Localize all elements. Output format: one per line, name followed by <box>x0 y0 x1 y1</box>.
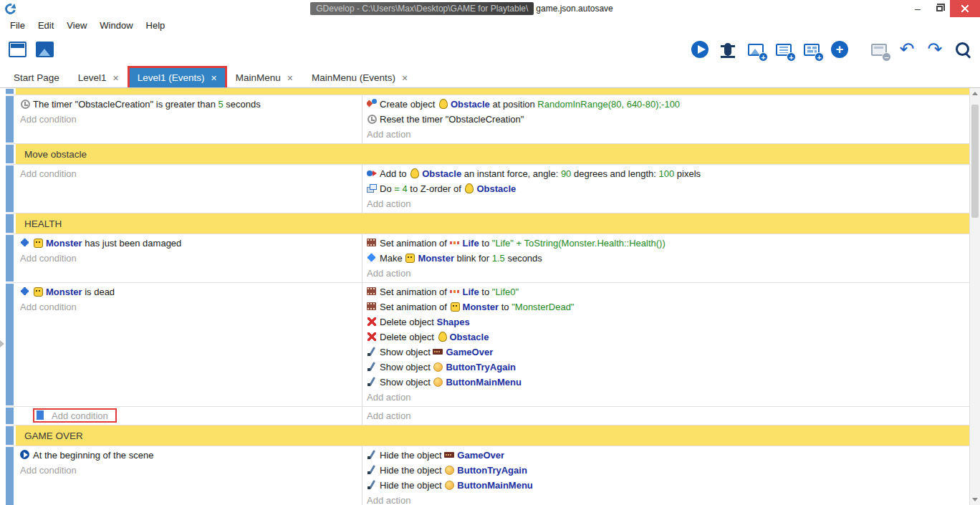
vertical-scrollbar[interactable] <box>969 88 980 505</box>
add-external-layout-button[interactable] <box>802 39 822 59</box>
action-line[interactable]: Hide the object GameOver <box>367 448 969 463</box>
action-line[interactable]: Hide the object ButtonMainMenu <box>367 478 969 493</box>
action-line[interactable]: Reset the timer "ObstacleCreation" <box>367 112 969 127</box>
tab-close-icon[interactable]: × <box>211 72 217 84</box>
action-line[interactable]: Show object ButtonTryAgain <box>367 360 969 375</box>
menu-item-view[interactable]: View <box>60 19 93 32</box>
play-button[interactable] <box>690 39 710 59</box>
scroll-up-arrow[interactable] <box>970 88 980 99</box>
collapse-window-button[interactable] <box>869 39 889 59</box>
group-header[interactable] <box>16 88 969 95</box>
conditions-cell[interactable]: Add condition <box>16 165 362 213</box>
add-condition-button[interactable]: Add condition <box>20 463 362 478</box>
line-text: Reset the timer "ObstacleCreation" <box>380 114 524 125</box>
parameter-value: "Life0" <box>492 287 519 297</box>
menu-item-help[interactable]: Help <box>140 19 172 32</box>
group-row[interactable]: Move obstacle <box>6 144 969 165</box>
actions-cell[interactable]: Add action <box>362 407 969 425</box>
minimize-button[interactable]: – <box>907 0 928 17</box>
condition-line[interactable]: Monster has just been damaged <box>20 236 362 251</box>
action-line[interactable]: Delete object Obstacle <box>367 330 969 345</box>
conditions-cell[interactable]: At the beginning of the sceneAdd conditi… <box>16 446 362 505</box>
event-row[interactable]: Add conditionAdd to Obstacle an instant … <box>6 165 969 213</box>
action-line[interactable]: Create object Obstacle at position Rando… <box>367 97 969 112</box>
menu-item-edit[interactable]: Edit <box>32 19 60 32</box>
add-action-button[interactable]: Add action <box>367 408 969 423</box>
action-line[interactable]: Set animation of Monster to "MonsterDead… <box>367 299 969 314</box>
action-line[interactable]: Set animation of Life to "Life" + ToStri… <box>367 236 969 251</box>
event-row[interactable]: At the beginning of the sceneAdd conditi… <box>6 446 969 505</box>
tab-mainmenu-events[interactable]: MainMenu (Events)× <box>304 68 415 87</box>
group-header[interactable]: Move obstacle <box>16 144 969 164</box>
condition-line[interactable]: The timer "ObstacleCreation" is greater … <box>20 97 362 112</box>
tab-start-page[interactable]: Start Page <box>6 68 67 87</box>
add-scene-button[interactable] <box>746 39 766 59</box>
add-condition-button[interactable]: Add condition <box>20 299 362 314</box>
action-line[interactable]: Show object GameOver <box>367 345 969 360</box>
undo-button[interactable]: ↶ <box>897 39 917 59</box>
actions-cell[interactable]: Set animation of Life to "Life" + ToStri… <box>362 234 969 282</box>
add-condition-button[interactable]: Add condition <box>20 251 362 266</box>
line-text: Hide the object <box>380 480 444 491</box>
add-action-button[interactable]: Add action <box>367 266 969 281</box>
search-button[interactable] <box>953 39 973 59</box>
debug-button[interactable] <box>718 39 738 59</box>
conditions-cell[interactable]: Monster is deadAdd condition <box>16 283 362 406</box>
tab-level1-events[interactable]: Level1 (Events)× <box>130 68 225 87</box>
action-line[interactable]: Do = 4 to Z-order of Obstacle <box>367 181 969 196</box>
add-external-events-button[interactable] <box>774 39 794 59</box>
tab-close-icon[interactable]: × <box>402 72 408 84</box>
action-line[interactable]: Delete object Shapes <box>367 314 969 330</box>
project-manager-button[interactable] <box>7 39 27 59</box>
add-action-button[interactable]: Add action <box>367 196 969 211</box>
group-row[interactable]: HEALTH <box>6 213 969 234</box>
obstacle-icon <box>463 183 474 193</box>
add-action-button[interactable]: Add action <box>367 390 969 405</box>
menu-item-window[interactable]: Window <box>93 19 139 32</box>
condition-line[interactable]: At the beginning of the scene <box>20 448 362 463</box>
maximize-button[interactable] <box>928 0 950 17</box>
start-page-button[interactable] <box>34 39 54 59</box>
add-condition-button[interactable]: Add condition <box>20 112 362 127</box>
add-action-button[interactable]: Add action <box>367 127 969 142</box>
action-line[interactable]: Hide the object ButtonTryAgain <box>367 463 969 478</box>
tab-close-icon[interactable]: × <box>113 72 119 84</box>
menu-item-file[interactable]: File <box>4 19 32 32</box>
group-header[interactable]: GAME OVER <box>16 425 969 446</box>
condition-line[interactable]: Monster is dead <box>20 284 362 299</box>
event-row[interactable]: Monster is deadAdd conditionSet animatio… <box>6 283 969 407</box>
actions-cell[interactable]: Set animation of Life to "Life0"Set anim… <box>362 283 969 406</box>
action-line[interactable]: Make Monster blink for 1.5 seconds <box>367 251 969 266</box>
action-line[interactable]: Set animation of Life to "Life0" <box>367 284 969 299</box>
actions-cell[interactable]: Create object Obstacle at position Rando… <box>362 95 969 143</box>
action-line[interactable]: Add to Obstacle an instant force, angle:… <box>367 166 969 181</box>
tab-mainmenu[interactable]: MainMenu× <box>228 68 301 87</box>
group-row-partial[interactable] <box>6 88 969 95</box>
action-line[interactable]: Show object ButtonMainMenu <box>367 375 969 390</box>
add-action-button[interactable]: Add action <box>367 493 969 505</box>
event-row[interactable]: The timer "ObstacleCreation" is greater … <box>6 95 969 144</box>
conditions-cell[interactable]: Monster has just been damagedAdd conditi… <box>16 234 362 282</box>
actions-cell[interactable]: Add to Obstacle an instant force, angle:… <box>362 165 969 213</box>
scroll-down-arrow[interactable] <box>970 494 980 505</box>
close-button[interactable] <box>950 0 980 17</box>
scrollbar-track[interactable] <box>970 99 980 494</box>
add-condition-button[interactable]: Add condition <box>20 166 362 181</box>
redo-button[interactable]: ↷ <box>925 39 945 59</box>
scrollbar-thumb[interactable] <box>971 105 979 218</box>
button-icon <box>433 377 443 387</box>
event-gutter <box>6 144 16 164</box>
tab-close-icon[interactable]: × <box>287 72 293 84</box>
actions-cell[interactable]: Hide the object GameOverHide the object … <box>362 446 969 505</box>
event-row[interactable]: Monster has just been damagedAdd conditi… <box>6 234 969 283</box>
insert-indicator-icon[interactable] <box>0 340 4 347</box>
group-header[interactable]: HEALTH <box>16 213 969 234</box>
add-new-scene-button[interactable] <box>830 39 850 59</box>
line-text: to <box>499 302 511 312</box>
add-condition-button[interactable]: Add condition <box>33 408 362 423</box>
conditions-cell[interactable]: The timer "ObstacleCreation" is greater … <box>16 95 362 143</box>
sub-event-row[interactable]: Add conditionAdd action <box>6 407 969 425</box>
conditions-cell[interactable]: Add condition <box>16 407 362 425</box>
tab-level1[interactable]: Level1× <box>70 68 127 87</box>
group-row[interactable]: GAME OVER <box>6 425 969 446</box>
